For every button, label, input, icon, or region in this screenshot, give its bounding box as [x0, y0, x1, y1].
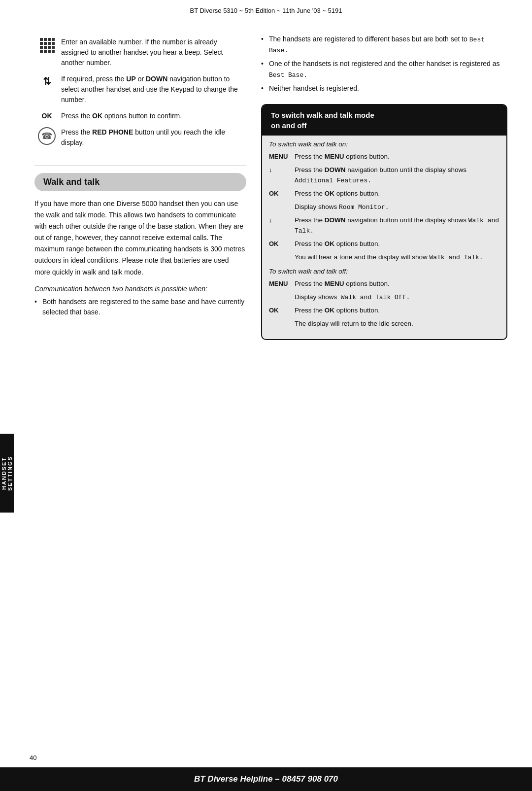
switch-header-line1: To switch walk and talk mode: [271, 111, 374, 119]
step-label-menu-off: MENU: [269, 279, 295, 287]
switch-header-line2: on and off: [271, 121, 306, 130]
list-item: One of the handsets is not registered an…: [261, 59, 507, 80]
list-item: Both handsets are registered to the same…: [34, 297, 246, 318]
divider: [34, 166, 246, 166]
switch-box-inner: To switch walk and talk on: MENU Press t…: [262, 140, 506, 329]
page-header: BT Diverse 5310 ~ 5th Edition ~ 11th Jun…: [0, 0, 532, 19]
step-row-down2: ↓ Press the DOWN navigation button until…: [269, 215, 499, 236]
table-row: OK Press the OK options button to confir…: [34, 108, 246, 124]
switch-off-italic-text: To switch walk and talk off:: [269, 268, 348, 275]
switch-on-italic: To switch walk and talk on:: [269, 140, 499, 148]
left-column: Enter an available number. If the number…: [34, 34, 246, 340]
step-label-down2: ↓: [269, 215, 295, 224]
step-row-display1: Display shows Room Monitor.: [269, 202, 499, 212]
step-content-tone: You will hear a tone and the display wil…: [295, 252, 499, 263]
step-content-ok2: Press the OK options button.: [295, 239, 499, 249]
step-label-idle: [269, 319, 295, 320]
step-row-idle: The display will return to the idle scre…: [269, 319, 499, 329]
step-row-menu-off: MENU Press the MENU options button.: [269, 279, 499, 289]
step-row-ok3: OK Press the OK options button.: [269, 306, 499, 316]
step-content-menu-off: Press the MENU options button.: [295, 279, 499, 289]
step-content-display1: Display shows Room Monitor.: [295, 202, 499, 212]
sidebar-label: HANDSET SETTINGS: [1, 443, 13, 504]
walk-talk-header: Walk and talk: [34, 173, 246, 191]
ok-label: OK: [42, 112, 52, 120]
step-content-down2: Press the DOWN navigation button until t…: [295, 215, 499, 236]
updown-arrow-icon: ⇅: [43, 74, 51, 89]
comm-italic-text: Communication between two handsets is po…: [34, 285, 207, 293]
bullet-list: Both handsets are registered to the same…: [34, 297, 246, 318]
switch-walk-talk-box: To switch walk and talk mode on and off …: [261, 104, 507, 340]
step-content-down1: Press the DOWN navigation button until t…: [295, 165, 499, 186]
step-content-ok1: Press the OK options button.: [295, 189, 499, 199]
step-label-display1: [269, 202, 295, 203]
right-column: The handsets are registered to different…: [261, 34, 507, 340]
list-item: Neither handset is registered.: [261, 83, 507, 94]
phone-icon-cell: ☎: [34, 124, 59, 151]
switch-off-italic: To switch walk and talk off:: [269, 268, 499, 275]
step-row-down1: ↓ Press the DOWN navigation button until…: [269, 165, 499, 186]
step-row-menu-on: MENU Press the MENU options button.: [269, 152, 499, 162]
instruction-text-1: Enter an available number. If the number…: [59, 34, 246, 71]
right-top-bullets: The handsets are registered to different…: [261, 34, 507, 94]
step-row-ok1: OK Press the OK options button.: [269, 189, 499, 199]
switch-box-header: To switch walk and talk mode on and off: [262, 105, 506, 136]
step-row-display2: Display shows Walk and Talk Off.: [269, 292, 499, 303]
table-row: Enter an available number. If the number…: [34, 34, 246, 71]
step-label-ok2: OK: [269, 239, 295, 247]
walk-talk-text: If you have more than one Diverse 5000 h…: [34, 200, 245, 276]
table-row: ⇅ If required, press the UP or DOWN navi…: [34, 71, 246, 108]
instruction-text-4: Press the RED PHONE button until you rea…: [59, 124, 246, 151]
step-label-display2: [269, 292, 295, 293]
step-content-ok3: Press the OK options button.: [295, 306, 499, 316]
page-footer: BT Diverse Helpline – 08457 908 070: [0, 767, 532, 791]
walk-talk-title: Walk and talk: [43, 177, 100, 187]
step-label-tone: [269, 252, 295, 253]
step-content-menu-on: Press the MENU options button.: [295, 152, 499, 162]
step-label-ok1: OK: [269, 189, 295, 197]
updown-icon-cell: ⇅: [34, 71, 59, 108]
page-number: 40: [30, 754, 36, 761]
comm-italic: Communication between two handsets is po…: [34, 285, 246, 293]
page-number-text: 40: [30, 754, 36, 761]
grid-icon: [39, 37, 55, 53]
instruction-text-2: If required, press the UP or DOWN naviga…: [59, 71, 246, 108]
step-label-down1: ↓: [269, 165, 295, 173]
ok-icon-cell: OK: [34, 108, 59, 124]
instruction-text-3: Press the OK options button to confirm.: [59, 108, 246, 124]
step-content-idle: The display will return to the idle scre…: [295, 319, 499, 329]
step-label-menu-on: MENU: [269, 152, 295, 160]
sidebar-tab: HANDSET SETTINGS: [0, 434, 14, 513]
walk-talk-body: If you have more than one Diverse 5000 h…: [34, 198, 246, 278]
right-bullet-list: The handsets are registered to different…: [261, 34, 507, 94]
switch-on-italic-text: To switch walk and talk on:: [269, 140, 348, 148]
step-label-ok3: OK: [269, 306, 295, 314]
step-row-ok2: OK Press the OK options button.: [269, 239, 499, 249]
table-row: ☎ Press the RED PHONE button until you r…: [34, 124, 246, 151]
red-phone-icon: ☎: [38, 127, 56, 145]
step-row-tone: You will hear a tone and the display wil…: [269, 252, 499, 263]
header-title: BT Diverse 5310 ~ 5th Edition ~ 11th Jun…: [190, 7, 342, 14]
step-content-display2: Display shows Walk and Talk Off.: [295, 292, 499, 303]
instructions-table: Enter an available number. If the number…: [34, 34, 246, 151]
list-item: The handsets are registered to different…: [261, 34, 507, 56]
grid-icon-cell: [34, 34, 59, 71]
footer-text: BT Diverse Helpline – 08457 908 070: [194, 774, 338, 784]
